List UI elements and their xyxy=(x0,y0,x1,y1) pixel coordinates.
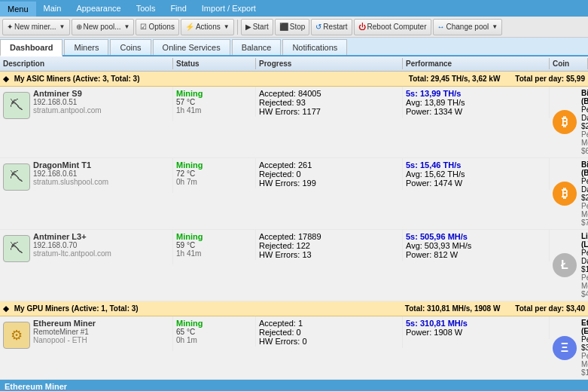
gpu-group-expand-icon[interactable]: ◆ xyxy=(3,304,9,313)
options-icon: ☑ xyxy=(140,23,147,31)
menu-item-tools[interactable]: Tools xyxy=(129,0,163,17)
status-label: Mining xyxy=(176,89,252,98)
ethereum-icon: Ξ xyxy=(553,336,577,360)
col-description: Description xyxy=(0,58,173,69)
status-time: 0h 7m xyxy=(176,178,252,186)
asic-group-expand-icon[interactable]: ◆ xyxy=(3,75,9,83)
miner-description: ⛏ Antminer L3+ 192.168.0.70 stratum-ltc.… xyxy=(0,230,173,264)
miner-name: DragonMint T1 xyxy=(33,160,108,170)
tab-balance[interactable]: Balance xyxy=(232,39,282,55)
miner-pool1: RemoteMiner #1 xyxy=(33,328,96,336)
col-status: Status xyxy=(173,58,256,69)
miner-coin: Ξ Ethereum (ETH) Per Day: $3,40 Per Mont… xyxy=(550,316,588,379)
tab-dashboard[interactable]: Dashboard xyxy=(0,39,62,57)
miner-icon: ⛏ xyxy=(3,92,30,119)
status-temp: 65 °C xyxy=(176,328,252,336)
asic-group-header: ◆ My ASIC Miners (Active: 3, Total: 3) T… xyxy=(0,72,588,87)
col-performance: Performance xyxy=(403,58,550,69)
actions-arrow: ▼ xyxy=(224,23,230,30)
miner-progress: Accepted: 261 Rejected: 0 HW Errors: 199 xyxy=(256,158,403,190)
miner-progress: Accepted: 84005 Rejected: 93 HW Errors: … xyxy=(256,87,403,118)
reboot-computer-button[interactable]: ⏻ Reboot Computer xyxy=(354,19,431,35)
stop-button[interactable]: ⬛ Stop xyxy=(275,19,310,35)
miner-pool2: Nanopool - ETH xyxy=(33,336,96,344)
options-button[interactable]: ☑ Options xyxy=(136,19,178,35)
miner-name: Ethereum Miner xyxy=(33,319,96,328)
miner-status: Mining 65 °C 0h 1m xyxy=(173,316,256,347)
miner-label: Ethereum Miner xyxy=(0,380,588,391)
miner-icon: ⛏ xyxy=(3,235,30,262)
col-progress: Progress xyxy=(256,58,403,69)
miner-description: ⛏ DragonMint T1 192.168.0.61 stratum.slu… xyxy=(0,158,173,193)
miner-performance: 5s: 13,99 TH/s Avg: 13,89 TH/s Power: 13… xyxy=(403,87,550,118)
new-pool-button[interactable]: ⊕ New pool... ▼ xyxy=(72,19,135,35)
gpu-total-day: Total per day: $3,40 xyxy=(515,304,585,313)
table-row[interactable]: ⛏ DragonMint T1 192.168.0.61 stratum.slu… xyxy=(0,158,588,230)
menu-bar: Menu Main Appearance Tools Find Import /… xyxy=(0,0,588,17)
change-pool-button[interactable]: ↔ Change pool ▼ xyxy=(433,19,503,35)
new-miner-arrow: ▼ xyxy=(59,23,66,30)
miner-progress: Accepted: 17889 Rejected: 122 HW Errors:… xyxy=(256,230,403,261)
miner-icon: ⛏ xyxy=(3,163,30,191)
gpu-group-label: ◆ My GPU Miners (Active: 1, Total: 3) xyxy=(3,304,405,313)
actions-button[interactable]: ⚡ Actions ▼ xyxy=(181,19,234,35)
miner-status: Mining 59 °C 1h 41m xyxy=(173,230,256,260)
reboot-icon: ⏻ xyxy=(358,23,366,31)
bitcoin-icon: ₿ xyxy=(553,182,577,206)
stop-icon: ⬛ xyxy=(279,23,288,31)
start-icon: ▶ xyxy=(245,23,251,31)
miner-ip: 192.168.0.51 xyxy=(33,98,102,106)
miner-progress: Accepted: 1 Rejected: 0 HW Errors: 0 xyxy=(256,316,403,348)
new-miner-icon: ✦ xyxy=(7,23,13,31)
table-row[interactable]: ⛏ Antminer L3+ 192.168.0.70 stratum-ltc.… xyxy=(0,230,588,301)
miner-coin: Ł Litecoin (LTC) Per Day: $1,56 Per Mont… xyxy=(550,230,588,301)
change-pool-icon: ↔ xyxy=(437,23,445,31)
table-row[interactable]: ⚙ Ethereum Miner RemoteMiner #1 Nanopool… xyxy=(0,316,588,380)
asic-group-label: ◆ My ASIC Miners (Active: 3, Total: 3) xyxy=(3,75,409,83)
toolbar-separator xyxy=(237,20,238,35)
miner-performance: 5s: 15,46 TH/s Avg: 15,62 TH/s Power: 14… xyxy=(403,158,550,190)
menu-item-main[interactable]: Main xyxy=(36,0,69,17)
restart-icon: ↺ xyxy=(315,23,321,31)
miner-ip: 192.168.0.61 xyxy=(33,170,108,178)
menu-item-find[interactable]: Find xyxy=(163,0,193,17)
status-temp: 57 °C xyxy=(176,98,252,106)
menu-item-appearance[interactable]: Appearance xyxy=(69,0,128,17)
miner-status: Mining 72 °C 0h 7m xyxy=(173,158,256,188)
tab-coins[interactable]: Coins xyxy=(110,39,151,55)
status-time: 1h 41m xyxy=(176,106,252,115)
status-temp: 59 °C xyxy=(176,241,252,249)
status-time: 1h 41m xyxy=(176,249,252,258)
restart-button[interactable]: ↺ Restart xyxy=(311,19,352,35)
menu-item-import-export[interactable]: Import / Export xyxy=(194,0,264,17)
actions-icon: ⚡ xyxy=(185,23,194,31)
new-pool-icon: ⊕ xyxy=(76,23,82,31)
miner-performance: 5s: 505,96 MH/s Avg: 503,93 MH/s Power: … xyxy=(403,230,550,261)
tab-miners[interactable]: Miners xyxy=(64,39,108,55)
tab-notifications[interactable]: Notifications xyxy=(282,39,347,55)
status-time: 0h 1m xyxy=(176,336,252,344)
gpu-total: Total: 310,81 MH/s, 1908 W xyxy=(405,304,501,313)
col-coin: Coin xyxy=(550,58,588,69)
status-temp: 72 °C xyxy=(176,170,252,178)
miner-pool: stratum.antpool.com xyxy=(33,106,102,115)
litecoin-icon: Ł xyxy=(553,253,577,277)
miner-status: Mining 57 °C 1h 41m xyxy=(173,87,256,117)
new-pool-arrow: ▼ xyxy=(124,23,130,30)
miner-name: Antminer L3+ xyxy=(33,232,111,241)
status-label: Mining xyxy=(176,232,252,241)
menu-item-menu[interactable]: Menu xyxy=(0,0,36,17)
gpu-group-header: ◆ My GPU Miners (Active: 1, Total: 3) To… xyxy=(0,301,588,316)
tab-online-services[interactable]: Online Services xyxy=(153,39,230,55)
miner-description: ⚙ Ethereum Miner RemoteMiner #1 Nanopool… xyxy=(0,316,173,351)
gpu-miner-icon: ⚙ xyxy=(3,322,30,349)
miner-coin: ₿ Bitcoin (BTC) Per Day: $2,33 Per Month… xyxy=(550,158,588,229)
table-header: Description Status Progress Performance … xyxy=(0,57,588,72)
start-button[interactable]: ▶ Start xyxy=(241,19,273,35)
asic-total-day: Total per day: $5,99 xyxy=(515,75,585,83)
table-row[interactable]: ⛏ Antminer S9 192.168.0.51 stratum.antpo… xyxy=(0,87,588,158)
status-label: Mining xyxy=(176,160,252,170)
asic-total: Total: 29,45 TH/s, 3,62 kW xyxy=(409,75,501,83)
miner-ip: 192.168.0.70 xyxy=(33,241,111,249)
new-miner-button[interactable]: ✦ New miner... ▼ xyxy=(2,19,70,35)
